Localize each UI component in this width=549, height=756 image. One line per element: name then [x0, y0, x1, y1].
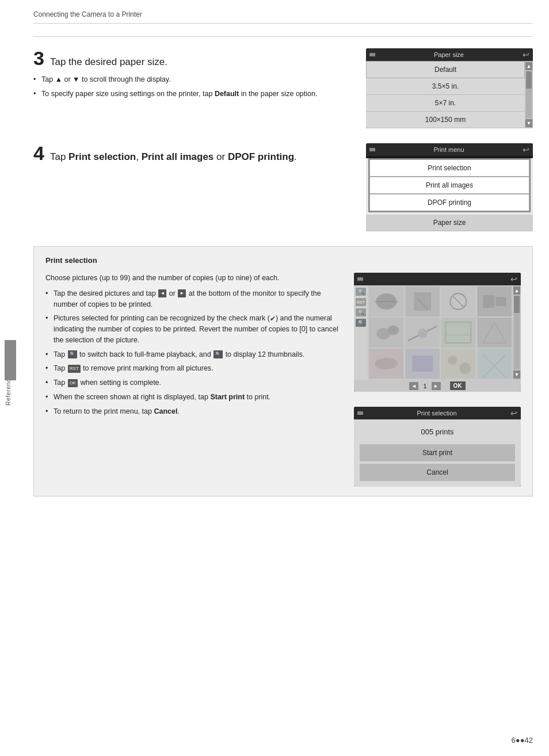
nav-right[interactable]: ► — [432, 382, 441, 390]
svg-point-17 — [418, 329, 427, 338]
zoom-out-icon: 🔍 — [68, 350, 77, 358]
thumb-7[interactable] — [441, 318, 476, 348]
back-icon2[interactable]: ↩ — [523, 145, 529, 154]
print-selection-section: Print selection Choose pictures (up to 9… — [33, 246, 533, 497]
camera-icon — [369, 53, 375, 56]
paper-size-100x150[interactable]: 100×150 mm — [366, 112, 525, 128]
ps-bullet-3: Tap 🔍 to switch back to full-frame playb… — [45, 349, 342, 360]
step3-number: 3 — [33, 48, 44, 68]
right-arrow-icon: ► — [178, 289, 186, 297]
zoom-icon-btn[interactable]: 🔍 — [356, 288, 366, 296]
thumb-4[interactable] — [477, 287, 512, 316]
thumb-9[interactable] — [369, 349, 404, 379]
paper-size-menu: Default 3.5×5 in. 5×7 in. 100×150 mm — [366, 61, 525, 128]
thumb-3[interactable] — [441, 287, 476, 316]
camera-icon2 — [369, 148, 375, 151]
svg-rect-4 — [414, 292, 431, 311]
header-title: Connecting the Camera to a Printer — [33, 10, 142, 18]
thumbnail-screen: ↩ 🔍 RST 🔍 🔍 — [354, 273, 521, 392]
paper-size-screen: Paper size ↩ Default 3.5×5 in. 5×7 in. 1… — [366, 48, 533, 128]
dialog-header: Print selection ↩ — [354, 407, 521, 419]
print-dialog-screen: Print selection ↩ 005 prints Start print… — [354, 407, 521, 487]
back-icon3[interactable]: ↩ — [510, 274, 517, 284]
ps-bullet-2: Pictures selected for printing can be re… — [45, 313, 342, 345]
nav-bar: ◄ 1 ► OK — [354, 380, 521, 392]
thumb-6[interactable] — [405, 318, 440, 348]
svg-point-24 — [375, 358, 398, 369]
thumb-12[interactable] — [477, 349, 512, 379]
step3-header: 3 Tap the desired paper size. — [33, 48, 352, 68]
svg-rect-26 — [412, 356, 433, 372]
paper-size-5x7[interactable]: 5×7 in. — [366, 95, 525, 112]
dialog-body: 005 prints Start print Cancel — [354, 419, 521, 487]
print-menu-body: Print selection Print all images DPOF pr… — [366, 158, 533, 231]
scroll-down[interactable]: ▼ — [525, 119, 532, 127]
back-icon[interactable]: ↩ — [523, 50, 529, 59]
ps-bullet-7: To return to the print menu, tap Cancel. — [45, 406, 342, 417]
paper-size-3x5[interactable]: 3.5×5 in. — [366, 78, 525, 95]
print-selection-header: Print selection — [45, 256, 521, 265]
step3-section: 3 Tap the desired paper size. Tap ▲ or ▼… — [33, 48, 533, 128]
scroll-up[interactable]: ▲ — [525, 62, 532, 70]
ok-button[interactable]: OK — [450, 381, 466, 390]
start-print-button[interactable]: Start print — [360, 444, 515, 461]
thumb-scroll-thumb — [514, 296, 520, 313]
zoom2-icon-btn[interactable]: 🔍 — [356, 308, 366, 316]
thumb-8[interactable] — [477, 318, 512, 348]
svg-rect-11 — [495, 297, 506, 306]
svg-rect-30 — [477, 349, 512, 379]
print-selection-intro: Choose pictures (up to 99) and the numbe… — [45, 273, 342, 284]
step3-title: Tap the desired paper size. — [50, 56, 167, 68]
scroll-track — [526, 71, 532, 118]
menu-print-all[interactable]: Print all images — [369, 177, 529, 194]
ps-bullet-6: When the screen shown at right is displa… — [45, 392, 342, 403]
thumb-2[interactable] — [405, 287, 440, 316]
reset-icon: RST — [68, 365, 81, 373]
thumbnail-header: ↩ — [354, 273, 521, 285]
step3-bullets: Tap ▲ or ▼ to scroll through the display… — [33, 74, 352, 100]
left-panel: 🔍 RST 🔍 🔍 — [354, 285, 368, 380]
section-divider — [33, 36, 533, 37]
thumb-5[interactable] — [369, 318, 404, 348]
print-selection-text: Choose pictures (up to 99) and the numbe… — [45, 273, 342, 420]
cancel-button[interactable]: Cancel — [360, 464, 515, 481]
svg-rect-10 — [483, 295, 494, 308]
zoom3-icon-btn[interactable]: 🔍 — [356, 319, 366, 327]
camera-icon4 — [357, 411, 363, 415]
svg-point-28 — [448, 356, 457, 365]
ps-bullet-4: Tap RST to remove print marking from all… — [45, 363, 342, 374]
reset-icon-btn[interactable]: RST — [356, 298, 366, 306]
scroll-thumb — [526, 71, 532, 89]
menu-paper-size[interactable]: Paper size — [366, 215, 533, 231]
nav-left[interactable]: ◄ — [409, 382, 418, 390]
dialog-count: 005 prints — [360, 427, 515, 436]
paper-size-default[interactable]: Default — [366, 61, 525, 78]
menu-print-selection[interactable]: Print selection — [369, 159, 529, 177]
print-menu-title: Print menu — [375, 146, 523, 153]
svg-point-14 — [387, 326, 399, 335]
thumb-scroll-bar: ▲ ▼ — [513, 285, 521, 380]
screen-header: Paper size ↩ — [366, 48, 533, 61]
main-content: Connecting the Camera to a Printer 3 Tap… — [17, 0, 549, 524]
ps-bullet-1: Tap the desired pictures and tap ◄ or ► … — [45, 288, 342, 310]
thumb-11[interactable] — [441, 349, 476, 379]
step4-number: 4 — [33, 143, 44, 163]
nav-page-num: 1 — [423, 383, 426, 390]
scroll-bar: ▲ ▼ — [525, 61, 533, 128]
screen-title: Paper size — [375, 51, 523, 58]
back-icon4[interactable]: ↩ — [510, 408, 517, 418]
step3-bullet-2: To specify paper size using settings on … — [33, 89, 352, 100]
step4-title: Tap Print selection, Print all images or… — [50, 151, 297, 163]
thumb-1[interactable] — [369, 287, 404, 316]
thumb-10[interactable] — [405, 349, 440, 379]
step4-left: 4 Tap Print selection, Print all images … — [33, 143, 352, 169]
menu-dpof[interactable]: DPOF printing — [369, 194, 529, 211]
thumb-scroll-up[interactable]: ▲ — [513, 287, 520, 295]
sidebar-tab — [5, 340, 16, 380]
svg-point-29 — [459, 362, 471, 374]
page-footer: 6●●42 — [17, 736, 549, 744]
step3-bullet-1: Tap ▲ or ▼ to scroll through the display… — [33, 74, 352, 85]
camera-icon3 — [357, 277, 363, 281]
thumb-scroll-down[interactable]: ▼ — [513, 371, 520, 379]
check-mark-icon: ✔ — [270, 314, 276, 324]
